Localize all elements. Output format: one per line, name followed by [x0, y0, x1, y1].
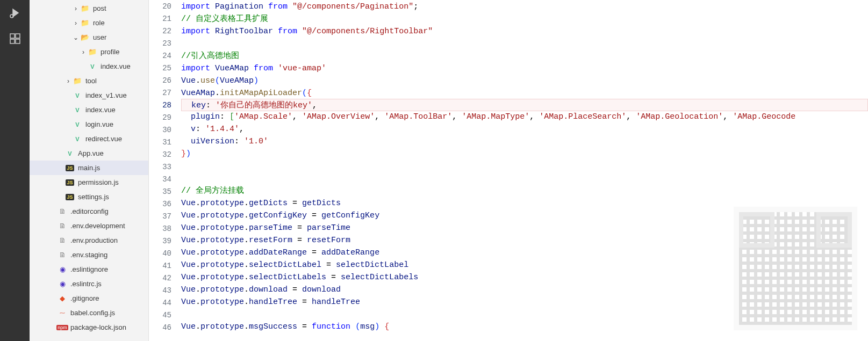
tree-item[interactable]: Vindex_v1.vue: [30, 88, 148, 103]
chevron-icon: [56, 193, 65, 201]
code-content[interactable]: import Pagination from "@/components/Pag…: [181, 0, 868, 341]
svg-rect-1: [10, 34, 15, 38]
chevron-right-icon[interactable]: ›: [71, 19, 80, 27]
tree-item[interactable]: VApp.vue: [30, 146, 148, 161]
tree-item-label: babel.config.js: [70, 309, 115, 317]
tree-item[interactable]: Vlogin.vue: [30, 117, 148, 132]
tree-item[interactable]: ›📁post: [30, 1, 148, 16]
code-line[interactable]: Vue.prototype.selectDictLabel = selectDi…: [181, 259, 868, 271]
chevron-icon: [49, 309, 58, 317]
tree-item-label: package-lock.json: [70, 323, 126, 331]
tree-item-label: index.vue: [85, 106, 116, 114]
tree-item[interactable]: Vindex.vue: [30, 103, 148, 117]
code-line[interactable]: import RightToolbar from "@/components/R…: [181, 25, 868, 38]
code-line[interactable]: uiVersion: '1.0': [181, 135, 868, 148]
chevron-down-icon[interactable]: ⌄: [71, 33, 80, 42]
code-line[interactable]: Vue.use(VueAMap): [181, 75, 868, 87]
code-line[interactable]: [181, 172, 868, 185]
code-line[interactable]: Vue.prototype.parseTime = parseTime: [181, 222, 868, 234]
chevron-right-icon[interactable]: ›: [79, 48, 88, 56]
chevron-right-icon[interactable]: ›: [64, 77, 73, 85]
code-line[interactable]: [181, 38, 868, 50]
tree-item[interactable]: Vindex.vue: [30, 59, 148, 74]
chevron-icon: [64, 120, 73, 129]
chevron-icon: [49, 207, 58, 216]
code-line[interactable]: // 自定义表格工具扩展: [181, 13, 868, 25]
chevron-icon: [56, 178, 65, 187]
tree-item-label: settings.js: [78, 193, 109, 201]
code-line[interactable]: VueAMap.initAMapApiLoader({: [181, 87, 868, 99]
chevron-icon: [64, 91, 73, 100]
tree-item[interactable]: JSmain.js: [30, 161, 148, 175]
tree-item-label: redirect.vue: [85, 135, 122, 143]
tree-item-label: user: [93, 33, 106, 41]
chevron-icon: [56, 149, 65, 158]
tree-item[interactable]: 🗎.editorconfig: [30, 204, 148, 219]
tree-item-label: .env.production: [70, 236, 118, 244]
code-line[interactable]: Vue.prototype.selectDictLabels = selectD…: [181, 271, 868, 284]
chevron-icon: [79, 62, 88, 71]
svg-rect-3: [10, 39, 15, 43]
file-explorer-tree[interactable]: ›📁post›📁role⌄📂user›📁profileVindex.vue›📁t…: [30, 0, 149, 341]
tree-item[interactable]: ⁓babel.config.js: [30, 306, 148, 320]
tree-item[interactable]: ◉.eslintrc.js: [30, 277, 148, 291]
tree-item-label: profile: [101, 48, 119, 56]
tree-item-label: .env.staging: [70, 251, 107, 259]
code-line[interactable]: plugin: ['AMap.Scale', 'AMap.OverView', …: [181, 111, 868, 123]
tree-item-label: permission.js: [78, 178, 119, 186]
code-line[interactable]: [181, 160, 868, 172]
tree-item[interactable]: ◉.eslintignore: [30, 262, 148, 277]
tree-item[interactable]: 🗎.env.production: [30, 233, 148, 248]
chevron-icon: [49, 222, 58, 230]
tree-item-label: post: [93, 4, 106, 12]
code-line[interactable]: //引入高德地图: [181, 50, 868, 62]
tree-item[interactable]: ◆.gitignore: [30, 291, 148, 306]
tree-item[interactable]: JSpermission.js: [30, 175, 148, 190]
tree-item-label: .eslintrc.js: [70, 280, 102, 288]
chevron-icon: [49, 251, 58, 259]
tree-item-label: .eslintignore: [70, 265, 108, 273]
tree-item[interactable]: ›📁role: [30, 16, 148, 30]
code-line[interactable]: Vue.prototype.getConfigKey = getConfigKe…: [181, 209, 868, 222]
code-line[interactable]: // 全局方法挂载: [181, 185, 868, 197]
line-number-gutter: 2021222324252627282930313233343536373839…: [149, 0, 181, 341]
chevron-right-icon[interactable]: ›: [71, 4, 80, 13]
tree-item-label: tool: [85, 77, 97, 85]
tree-item[interactable]: ›📁profile: [30, 45, 148, 59]
chevron-icon: [49, 294, 58, 303]
code-line[interactable]: import VueAMap from 'vue-amap': [181, 62, 868, 75]
chevron-icon: [56, 164, 65, 172]
extensions-icon[interactable]: [8, 31, 23, 46]
code-line[interactable]: Vue.prototype.handleTree = handleTree: [181, 296, 868, 308]
tree-item-label: role: [93, 19, 105, 27]
tree-item[interactable]: ›📁tool: [30, 74, 148, 88]
code-line[interactable]: }): [181, 148, 868, 160]
code-line[interactable]: [181, 308, 868, 321]
code-line[interactable]: Vue.prototype.resetForm = resetForm: [181, 234, 868, 246]
tree-item[interactable]: JSsettings.js: [30, 190, 148, 204]
tree-item[interactable]: npmpackage-lock.json: [30, 320, 148, 335]
svg-rect-4: [16, 39, 20, 43]
code-line[interactable]: Vue.prototype.download = download: [181, 284, 868, 296]
tree-item-label: App.vue: [78, 149, 104, 157]
tree-item-label: main.js: [78, 164, 100, 172]
svg-rect-2: [16, 34, 20, 38]
tree-item[interactable]: 🗎.env.staging: [30, 248, 148, 262]
tree-item[interactable]: ⌄📂user: [30, 30, 148, 45]
code-editor[interactable]: 2021222324252627282930313233343536373839…: [149, 0, 868, 341]
activity-bar: [0, 0, 30, 341]
chevron-icon: [64, 135, 73, 143]
tree-item[interactable]: Vredirect.vue: [30, 132, 148, 146]
tree-item[interactable]: 🗎.env.development: [30, 219, 148, 233]
code-line[interactable]: import Pagination from "@/components/Pag…: [181, 1, 868, 13]
code-line[interactable]: v: '1.4.4',: [181, 123, 868, 135]
code-line[interactable]: key: '你自己的高德地图的key',: [181, 99, 868, 111]
run-debug-icon[interactable]: [8, 5, 23, 20]
code-line[interactable]: Vue.prototype.addDateRange = addDateRang…: [181, 246, 868, 259]
tree-item-label: login.vue: [85, 120, 113, 128]
code-line[interactable]: Vue.prototype.getDicts = getDicts: [181, 197, 868, 209]
chevron-icon: [64, 106, 73, 114]
tree-item-label: index_v1.vue: [85, 91, 127, 99]
code-line[interactable]: Vue.prototype.msgSuccess = function (msg…: [181, 321, 868, 333]
chevron-icon: [49, 280, 58, 288]
